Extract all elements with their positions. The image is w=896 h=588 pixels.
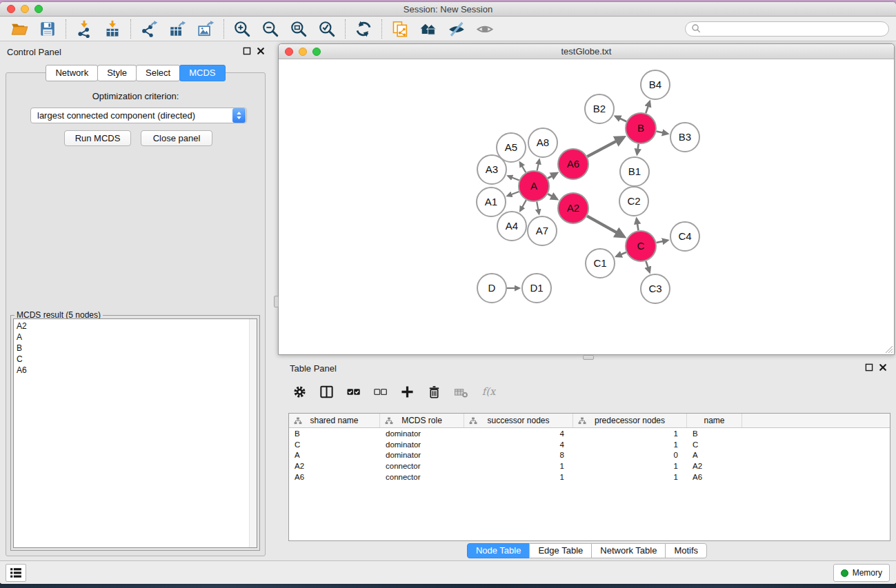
result-item[interactable]: B <box>17 343 257 354</box>
node-A1[interactable]: A1 <box>477 187 506 216</box>
import-table-button[interactable] <box>103 19 122 39</box>
edge-A6-B[interactable] <box>587 137 624 156</box>
table-cell[interactable]: A6 <box>687 473 742 481</box>
search-input[interactable] <box>704 23 883 34</box>
add-column-button[interactable] <box>399 383 415 400</box>
tab-network-table[interactable]: Network Table <box>591 543 666 558</box>
table-cell[interactable]: 1 <box>573 429 687 438</box>
open-session-button[interactable] <box>10 19 29 39</box>
table-cell[interactable]: 1 <box>573 473 687 481</box>
save-session-button[interactable] <box>38 19 57 39</box>
table-cell[interactable]: dominator <box>380 440 464 449</box>
table-cell[interactable]: 1 <box>464 473 573 481</box>
node-B2[interactable]: B2 <box>585 94 614 123</box>
table-cell[interactable]: connector <box>380 462 464 470</box>
edge-B-B3[interactable] <box>657 132 668 134</box>
tab-node-table[interactable]: Node Table <box>467 543 530 558</box>
node-C3[interactable]: C3 <box>641 274 670 303</box>
table-row[interactable]: Bdominator41B <box>289 428 890 439</box>
edge-B-B2[interactable] <box>615 116 626 122</box>
result-item[interactable]: A2 <box>17 321 257 332</box>
export-table-button[interactable] <box>168 19 187 39</box>
node-A6[interactable]: A6 <box>558 149 588 179</box>
edge-B-B1[interactable] <box>637 144 639 154</box>
float-panel-icon[interactable] <box>243 47 251 55</box>
table-row[interactable]: A2connector11A2 <box>289 460 890 472</box>
task-history-button[interactable] <box>6 564 26 582</box>
float-table-panel-icon[interactable] <box>865 363 873 372</box>
zoom-selected-button[interactable] <box>317 19 337 39</box>
node-B3[interactable]: B3 <box>670 123 699 152</box>
zoom-out-button[interactable] <box>261 19 280 39</box>
node-A5[interactable]: A5 <box>497 133 526 162</box>
resize-grip-icon[interactable] <box>884 344 893 354</box>
network-close-button[interactable] <box>285 48 293 56</box>
node-A8[interactable]: A8 <box>528 128 557 157</box>
table-cell[interactable]: 0 <box>573 451 687 459</box>
table-cell[interactable]: A2 <box>289 462 380 470</box>
node-B[interactable]: B <box>626 113 656 143</box>
edge-A-A8[interactable] <box>537 160 539 171</box>
tab-select[interactable]: Select <box>136 65 180 81</box>
node-C[interactable]: C <box>626 231 656 261</box>
edge-B-B4[interactable] <box>646 101 650 113</box>
select-all-rows-button[interactable] <box>345 383 361 400</box>
tab-style[interactable]: Style <box>97 65 137 81</box>
run-mcds-button[interactable]: Run MCDS <box>64 130 131 146</box>
column-header-name[interactable]: name <box>687 414 742 427</box>
result-scrollbar[interactable] <box>249 319 257 547</box>
table-cell[interactable]: 1 <box>464 462 573 470</box>
table-row[interactable]: Adominator80A <box>289 449 890 460</box>
table-cell[interactable]: B <box>687 429 742 438</box>
node-C1[interactable]: C1 <box>586 249 615 278</box>
table-row[interactable]: Cdominator41C <box>289 439 890 450</box>
column-chooser-button[interactable] <box>318 383 335 400</box>
edge-A-A4[interactable] <box>520 200 526 211</box>
node-C2[interactable]: C2 <box>619 187 648 216</box>
edge-A-A2[interactable] <box>548 194 557 199</box>
vertical-split-grip[interactable] <box>274 296 279 307</box>
result-item[interactable]: C <box>17 354 257 365</box>
export-network-button[interactable] <box>139 19 159 39</box>
node-B4[interactable]: B4 <box>641 70 670 99</box>
table-cell[interactable]: B <box>289 429 380 438</box>
table-cell[interactable]: A6 <box>289 473 380 481</box>
node-A[interactable]: A <box>519 171 549 201</box>
memory-button[interactable]: Memory <box>833 564 890 582</box>
edge-A-A5[interactable] <box>520 163 526 173</box>
result-item[interactable]: A6 <box>17 365 257 376</box>
network-window-titlebar[interactable]: testGlobe.txt <box>279 44 894 59</box>
table-cell[interactable]: 4 <box>464 429 573 438</box>
table-cell[interactable]: dominator <box>380 451 464 459</box>
node-C4[interactable]: C4 <box>670 222 699 251</box>
tab-mcds[interactable]: MCDS <box>179 65 225 81</box>
edge-A-A3[interactable] <box>508 176 519 180</box>
edge-A2-C[interactable] <box>587 216 624 236</box>
tab-network[interactable]: Network <box>46 65 98 81</box>
deselect-all-rows-button[interactable] <box>372 383 388 400</box>
table-row[interactable]: A6connector11A6 <box>289 472 890 483</box>
column-header-shared-name[interactable]: shared name <box>289 414 380 427</box>
result-item[interactable]: A <box>17 332 257 343</box>
edge-C-C3[interactable] <box>646 261 649 272</box>
edge-C-C1[interactable] <box>617 252 626 256</box>
clone-network-button[interactable] <box>390 19 410 39</box>
edge-A-A7[interactable] <box>537 202 539 214</box>
import-network-button[interactable] <box>74 19 94 39</box>
node-B1[interactable]: B1 <box>620 157 649 186</box>
table-cell[interactable]: 8 <box>464 451 573 459</box>
close-table-panel-icon[interactable] <box>879 363 887 372</box>
tab-motifs[interactable]: Motifs <box>665 543 707 558</box>
network-zoom-button[interactable] <box>312 48 321 56</box>
settings-button[interactable] <box>291 383 308 400</box>
close-window-button[interactable] <box>7 5 15 13</box>
search-box[interactable] <box>685 21 889 37</box>
edge-C-C4[interactable] <box>657 241 668 243</box>
table-cell[interactable]: dominator <box>380 429 464 438</box>
hide-panel-button[interactable] <box>447 19 466 39</box>
table-cell[interactable]: C <box>289 440 380 449</box>
column-header-successor-nodes[interactable]: successor nodes <box>464 414 573 427</box>
export-image-button[interactable] <box>196 19 215 39</box>
zoom-fit-button[interactable] <box>289 19 308 39</box>
delete-column-button[interactable] <box>426 383 442 400</box>
